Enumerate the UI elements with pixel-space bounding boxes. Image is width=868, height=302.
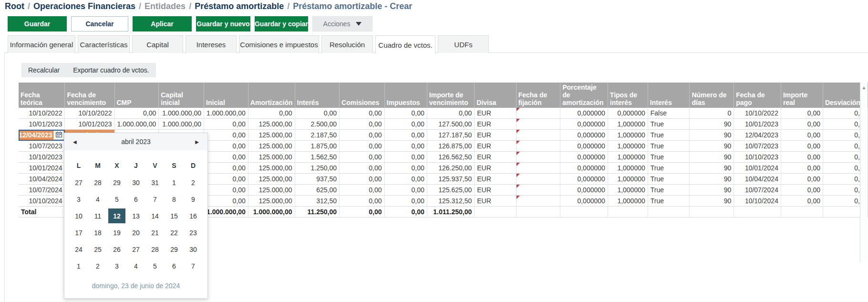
tab-capital[interactable]: Capital (132, 35, 183, 53)
calendar-day[interactable]: 26 (107, 241, 126, 258)
breadcrumb-item-root[interactable]: Root (5, 1, 24, 11)
cell-numero-de-dias[interactable]: 90 (690, 141, 734, 152)
cell-numero-de-dias[interactable]: 90 (690, 174, 734, 185)
cell-importe-real[interactable]: 0,00 (781, 141, 823, 152)
cell-inicial[interactable]: 0,00 (204, 141, 248, 152)
calendar-day[interactable]: 9 (184, 191, 203, 208)
cell-tipos-de-interes[interactable]: 0,000000 (608, 108, 648, 119)
cell-numero-de-dias[interactable]: 90 (690, 196, 734, 207)
calendar-today-footer[interactable]: domingo, 23 de junio de 2024 (64, 274, 207, 298)
column-header-tipos-de-interes[interactable]: Tipos de interés (608, 83, 648, 108)
cell-fecha-de-fijacion[interactable] (516, 174, 560, 185)
cell-porcentaje-de-amortizacion[interactable]: 0,000000 (560, 152, 608, 163)
cell-interes[interactable]: True (648, 130, 690, 141)
cell-interes[interactable]: 1.562,50 (295, 152, 339, 163)
calendar-day[interactable]: 14 (145, 208, 165, 224)
cell-fecha-de-pago[interactable]: 10/04/2024 (734, 174, 781, 185)
calendar-day[interactable]: 20 (126, 224, 145, 241)
cell-impuestos[interactable]: 0,00 (384, 130, 427, 141)
cell-fecha-de-fijacion[interactable] (516, 185, 560, 196)
cell-inicial[interactable]: 0,00 (204, 163, 248, 174)
column-header-cmp[interactable]: CMP (114, 83, 159, 108)
cell-inicial[interactable]: 0,00 (204, 185, 248, 196)
acciones-button[interactable]: Acciones (312, 16, 372, 31)
tab-cuadro-de-vctos[interactable]: Cuadro de vctos. (375, 35, 435, 54)
cell-porcentaje-de-amortizacion[interactable]: 0,000000 (560, 174, 608, 185)
calendar-day[interactable]: 17 (69, 224, 88, 241)
cell-divisa[interactable]: EUR (475, 174, 516, 185)
cell-impuestos[interactable]: 0,00 (384, 185, 427, 196)
cell-impuestos[interactable]: 0,00 (384, 196, 427, 207)
column-header-inicial[interactable]: Inicial (204, 83, 248, 108)
table-row[interactable]: 10/01/202310/01/20231.000.000,001.000.00… (19, 119, 868, 130)
cell-importe-real[interactable]: 0,00 (781, 196, 823, 207)
cell-divisa[interactable]: EUR (475, 108, 516, 119)
cell-porcentaje-de-amortizacion[interactable]: 0,000000 (560, 141, 608, 152)
cell-inicial[interactable]: 0,00 (204, 196, 248, 207)
cell-desviacion[interactable]: 0, (823, 196, 862, 207)
calendar-day[interactable]: 30 (126, 174, 145, 191)
cell-comisiones[interactable]: 0,00 (340, 152, 385, 163)
cell-comisiones[interactable]: 0,00 (340, 119, 385, 130)
cell-fecha-teorica[interactable]: 10/10/2023 (19, 152, 65, 163)
calendar-day[interactable]: 29 (107, 174, 126, 191)
cell-impuestos[interactable]: 0,00 (384, 152, 427, 163)
calendar-day[interactable]: 10 (69, 208, 88, 224)
cell-fecha-teorica[interactable]: 10/04/2024 (19, 174, 65, 185)
selected-date-cell[interactable]: 12/04/2023 (19, 130, 65, 141)
column-header-fecha-de-fijacion[interactable]: Fecha de fijación (516, 83, 560, 108)
table-row[interactable]: 10/10/202210/10/20220,001.000.000,001.00… (19, 108, 868, 119)
cell-interes[interactable]: 2.187,50 (295, 130, 339, 141)
cell-fecha-de-fijacion[interactable] (516, 163, 560, 174)
cell-tipos-de-interes[interactable]: 1,000000 (608, 163, 648, 174)
cell-tipos-de-interes[interactable]: 1,000000 (608, 196, 648, 207)
cell-comisiones[interactable]: 0,00 (340, 196, 385, 207)
cell-porcentaje-de-amortizacion[interactable]: 0,000000 (560, 130, 608, 141)
calendar-day[interactable]: 24 (69, 241, 88, 258)
tab-udfs[interactable]: UDFs (438, 35, 489, 53)
cell-comisiones[interactable]: 0,00 (340, 185, 385, 196)
cell-fecha-teorica[interactable]: 10/10/2022 (19, 108, 65, 119)
cell-interes[interactable]: 0,00 (295, 108, 339, 119)
calendar-day[interactable]: 7 (184, 258, 203, 274)
breadcrumb-item-entidades[interactable]: Entidades (145, 1, 186, 11)
cell-importe-de-vencimiento[interactable]: 127.500,00 (427, 119, 474, 130)
cell-fecha-de-fijacion[interactable] (516, 196, 560, 207)
cancelar-button[interactable]: Cancelar (71, 16, 128, 31)
cell-importe-de-vencimiento[interactable]: 125.625,00 (427, 185, 474, 196)
cell-fecha-teorica[interactable]: 10/07/2024 (19, 185, 65, 196)
cell-importe-de-vencimiento[interactable]: 126.562,50 (427, 152, 474, 163)
cell-importe-real[interactable]: 0,00 (781, 185, 823, 196)
cell-interes[interactable]: True (648, 185, 690, 196)
calendar-day[interactable]: 7 (145, 191, 165, 208)
cell-importe-real[interactable]: 0,00 (781, 152, 823, 163)
cell-capital-inicial[interactable]: 1.000.000,00 (159, 119, 204, 130)
cell-inicial[interactable]: 1.000.000,00 (204, 108, 248, 119)
calendar-icon-button[interactable] (53, 130, 64, 140)
calendar-day[interactable]: 6 (126, 191, 145, 208)
column-header-importe-real[interactable]: Importe real (781, 83, 823, 108)
cell-inicial[interactable]: 0,00 (204, 130, 248, 141)
column-header-fecha-teorica[interactable]: Fecha teórica (19, 83, 65, 108)
calendar-day[interactable]: 23 (184, 224, 203, 241)
cell-importe-real[interactable]: 0,00 (781, 174, 823, 185)
cell-amortizacion[interactable]: 125.000,00 (248, 163, 295, 174)
tab-caracteristicas[interactable]: Características (78, 35, 130, 53)
calendar-day[interactable]: 18 (88, 224, 107, 241)
calendar-day[interactable]: 27 (69, 174, 88, 191)
calendar-day[interactable]: 16 (184, 208, 203, 224)
cell-fecha-de-pago[interactable]: 10/07/2023 (734, 141, 781, 152)
cell-amortizacion[interactable]: 125.000,00 (248, 152, 295, 163)
cell-divisa[interactable]: EUR (475, 141, 516, 152)
cell-importe-real[interactable]: 0,00 (781, 119, 823, 130)
cell-numero-de-dias[interactable]: 90 (690, 185, 734, 196)
cell-fecha-de-pago[interactable]: 10/07/2024 (734, 185, 781, 196)
cell-numero-de-dias[interactable]: 90 (690, 130, 734, 141)
cell-numero-de-dias[interactable]: 0 (690, 108, 734, 119)
calendar-day[interactable]: 2 (184, 174, 203, 191)
column-header-fecha-de-pago[interactable]: Fecha de pago (734, 83, 781, 108)
calendar-day[interactable]: 22 (165, 224, 184, 241)
cell-fecha-de-vencimiento[interactable]: 10/10/2022 (65, 108, 114, 119)
calendar-day[interactable]: 11 (88, 208, 107, 224)
cell-porcentaje-de-amortizacion[interactable]: 0,000000 (560, 119, 608, 130)
